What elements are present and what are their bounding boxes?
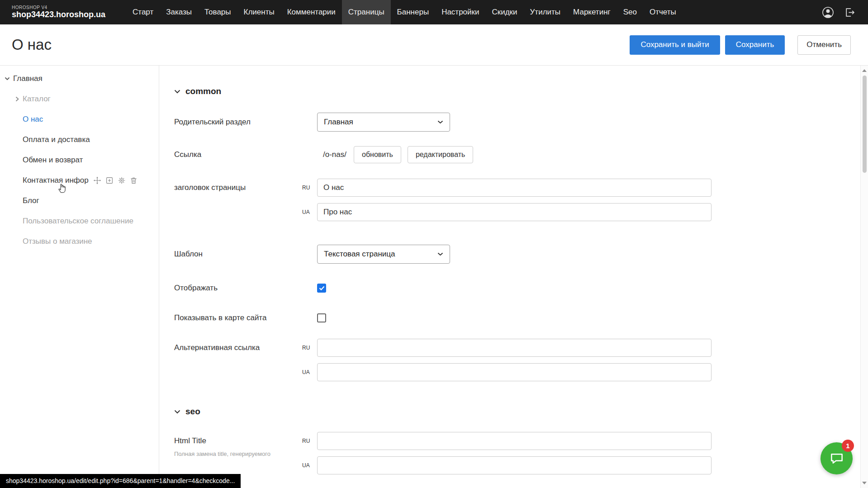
page-title-ru-input[interactable] xyxy=(317,179,711,197)
chevron-down-icon xyxy=(437,252,443,256)
page-title: О нас xyxy=(12,36,52,53)
link-refresh-button[interactable]: обновить xyxy=(354,146,401,163)
sidebar-item-label: Главная xyxy=(13,74,43,83)
parent-section-row: Родительский раздел Главная xyxy=(174,113,868,132)
sidebar-item-obmen[interactable]: Обмен и возврат xyxy=(0,150,159,170)
logout-icon[interactable] xyxy=(844,7,855,18)
check-icon xyxy=(319,286,325,290)
link-row: Ссылка /o-nas/ обновить редактировать xyxy=(174,146,868,163)
nav-item-orders[interactable]: Заказы xyxy=(160,0,198,24)
cancel-button[interactable]: Отменить xyxy=(797,35,851,55)
add-page-icon[interactable] xyxy=(105,176,114,185)
lang-tag-ua: UA xyxy=(302,462,310,469)
alt-link-ru-input[interactable] xyxy=(317,339,711,357)
template-select[interactable]: Текстовая страница xyxy=(317,245,450,264)
section-common-title: common xyxy=(185,86,221,96)
trash-icon[interactable] xyxy=(130,176,138,185)
sidebar-item-kontaktnaya[interactable]: Контактная инфор xyxy=(0,170,159,190)
sitemap-checkbox[interactable] xyxy=(317,313,326,322)
page-title-label: заголовок страницы xyxy=(174,179,317,197)
nav-item-start[interactable]: Старт xyxy=(126,0,160,24)
alt-link-ua-input[interactable] xyxy=(317,363,711,381)
lang-tag-ua: UA xyxy=(302,209,310,215)
page-title-ua-input[interactable] xyxy=(317,203,711,221)
move-icon[interactable] xyxy=(93,176,101,185)
edit-form: common Родительский раздел Главная Ссылк… xyxy=(159,66,868,488)
display-label: Отображать xyxy=(174,284,317,293)
nav-item-products[interactable]: Товары xyxy=(198,0,237,24)
scrollbar[interactable] xyxy=(860,66,868,488)
sidebar-item-oplata[interactable]: Оплата и доставка xyxy=(0,129,159,150)
gear-icon[interactable] xyxy=(118,176,126,185)
nav-item-seo[interactable]: Seo xyxy=(617,0,643,24)
scrollbar-thumb[interactable] xyxy=(863,76,867,173)
brand-version: HOROSHOP V4 xyxy=(12,5,105,10)
sitemap-row: Показывать в карте сайта xyxy=(174,313,868,322)
html-title-ru-input[interactable] xyxy=(317,432,711,450)
html-title-label: Html Title xyxy=(174,432,317,450)
sidebar-item-blog[interactable]: Блог xyxy=(0,190,159,211)
sitemap-label: Показывать в карте сайта xyxy=(174,313,317,322)
chat-badge: 1 xyxy=(842,440,854,452)
topbar: HOROSHOP V4 shop34423.horoshop.ua Старт … xyxy=(0,0,868,24)
scroll-down-arrow[interactable] xyxy=(861,479,868,487)
template-row: Шаблон Текстовая страница xyxy=(174,245,868,264)
topbar-icons xyxy=(822,6,868,19)
sidebar-item-label: Обмен и возврат xyxy=(23,156,83,165)
nav-item-utilities[interactable]: Утилиты xyxy=(524,0,567,24)
lang-tag-ru: RU xyxy=(302,185,310,191)
nav-item-clients[interactable]: Клиенты xyxy=(237,0,281,24)
section-common-header[interactable]: common xyxy=(174,86,868,96)
parent-section-value: Главная xyxy=(324,118,353,127)
link-label: Ссылка xyxy=(174,150,317,159)
display-checkbox[interactable] xyxy=(317,284,326,293)
display-row: Отображать xyxy=(174,284,868,293)
parent-section-select[interactable]: Главная xyxy=(317,113,450,132)
chevron-right-icon[interactable] xyxy=(15,96,19,102)
chat-widget-button[interactable]: 1 xyxy=(821,442,853,474)
chat-bubble-icon xyxy=(829,451,844,465)
section-seo-title: seo xyxy=(185,407,200,417)
nav-item-settings[interactable]: Настройки xyxy=(435,0,485,24)
template-label: Шаблон xyxy=(174,250,317,259)
sidebar-item-o-nas[interactable]: О нас xyxy=(0,109,159,129)
page-header: О нас Сохранить и выйти Сохранить Отмени… xyxy=(0,24,868,65)
sidebar-item-otzyvy[interactable]: Отзывы о магазине xyxy=(0,231,159,251)
nav-item-comments[interactable]: Комментарии xyxy=(281,0,342,24)
main-area: Главная Каталог О нас Оплата и доставка … xyxy=(0,65,868,488)
sidebar-item-label: Контактная инфор xyxy=(23,176,89,185)
save-button[interactable]: Сохранить xyxy=(725,35,785,55)
save-exit-button[interactable]: Сохранить и выйти xyxy=(630,35,720,55)
nav-item-banners[interactable]: Баннеры xyxy=(391,0,436,24)
account-icon[interactable] xyxy=(822,6,834,19)
chevron-down-icon xyxy=(174,90,180,94)
html-title-ua-input[interactable] xyxy=(317,456,711,474)
sidebar-item-label: Каталог xyxy=(23,95,51,104)
top-nav: Старт Заказы Товары Клиенты Комментарии … xyxy=(126,0,683,24)
alt-link-inputs: RU UA xyxy=(317,339,711,381)
nav-item-reports[interactable]: Отчеты xyxy=(643,0,683,24)
lang-tag-ua: UA xyxy=(302,369,310,375)
sidebar-item-label: О нас xyxy=(23,115,43,124)
brand-domain: shop34423.horoshop.ua xyxy=(12,10,105,19)
sidebar-item-katalog[interactable]: Каталог xyxy=(0,89,159,109)
status-url: shop34423.horoshop.ua/edit/edit.php?id=6… xyxy=(0,474,241,488)
sidebar-item-label: Оплата и доставка xyxy=(23,135,90,144)
nav-item-discounts[interactable]: Скидки xyxy=(485,0,523,24)
link-edit-button[interactable]: редактировать xyxy=(408,146,473,163)
sidebar-item-soglashenie[interactable]: Пользовательское соглашение xyxy=(0,211,159,231)
chevron-down-icon[interactable] xyxy=(5,77,10,81)
sidebar-item-glavnaya[interactable]: Главная xyxy=(0,68,159,89)
pages-tree-sidebar: Главная Каталог О нас Оплата и доставка … xyxy=(0,66,159,488)
header-actions: Сохранить и выйти Сохранить Отменить xyxy=(630,35,851,55)
section-seo-header[interactable]: seo xyxy=(174,407,868,417)
parent-section-label: Родительский раздел xyxy=(174,118,317,127)
brand[interactable]: HOROSHOP V4 shop34423.horoshop.ua xyxy=(0,5,105,19)
nav-item-marketing[interactable]: Маркетинг xyxy=(567,0,617,24)
lang-tag-ru: RU xyxy=(302,438,310,444)
scroll-up-arrow[interactable] xyxy=(861,67,868,74)
tree-item-actions xyxy=(93,176,138,185)
alt-link-row: Альтернативная ссылка RU UA xyxy=(174,339,868,381)
nav-item-pages[interactable]: Страницы xyxy=(342,0,391,24)
chevron-down-icon xyxy=(437,120,443,124)
